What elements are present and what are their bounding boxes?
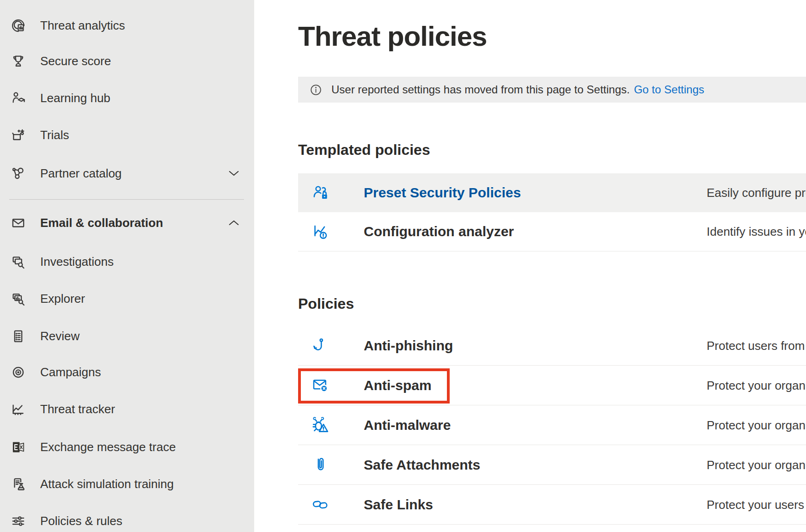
- row-description: Protect your users fr: [707, 497, 806, 512]
- chevron-up-icon[interactable]: [226, 215, 241, 230]
- sidebar-item-label: Secure score: [40, 54, 111, 68]
- sidebar-item-campaigns[interactable]: Campaigns: [0, 354, 254, 391]
- row-label: Configuration analyzer: [364, 224, 514, 239]
- investigations-icon: [9, 253, 27, 270]
- exchange-message-trace-icon: [9, 438, 27, 456]
- email-collaboration-icon: [9, 214, 27, 232]
- learning-hub-icon: [9, 89, 27, 107]
- row-safe-attachments[interactable]: Safe Attachments Protect your organiz: [298, 445, 806, 485]
- row-anti-phishing[interactable]: Anti-phishing Protect users from p: [298, 326, 806, 366]
- partner-catalog-icon: [9, 165, 27, 182]
- sidebar-item-label: Threat tracker: [40, 402, 115, 416]
- sidebar-item-policies-rules[interactable]: Policies & rules: [0, 502, 254, 532]
- sidebar-item-label: Partner catalog: [40, 166, 122, 181]
- section-heading-policies: Policies: [298, 295, 354, 312]
- go-to-settings-link[interactable]: Go to Settings: [634, 83, 704, 96]
- sidebar-item-label: Attack simulation training: [40, 477, 174, 491]
- page-title: Threat policies: [298, 20, 487, 52]
- sidebar-item-label: Policies & rules: [40, 514, 122, 528]
- main-content: Threat policies User reported settings h…: [254, 0, 806, 532]
- info-banner: User reported settings has moved from th…: [298, 77, 806, 103]
- secure-score-icon: [9, 52, 27, 70]
- row-label: Anti-malware: [364, 417, 451, 433]
- sidebar-item-label: Trials: [40, 128, 69, 142]
- sidebar-item-label: Investigations: [40, 255, 114, 269]
- review-icon: [9, 327, 27, 345]
- row-label: Anti-spam: [364, 378, 432, 393]
- sidebar-item-threat-analytics[interactable]: Threat analytics: [0, 7, 254, 44]
- sidebar-item-secure-score[interactable]: Secure score: [0, 43, 254, 79]
- attack-simulation-training-icon: [9, 475, 27, 493]
- sidebar-nav: Threat analytics Secure score: [0, 0, 254, 532]
- row-description: Identify issues in you: [707, 225, 806, 239]
- info-icon: [308, 82, 324, 98]
- section-heading-templated-policies: Templated policies: [298, 141, 430, 159]
- sidebar-item-label: Explorer: [40, 292, 85, 306]
- row-description: Protect users from p: [707, 338, 806, 353]
- sidebar-item-email-collaboration[interactable]: Email & collaboration: [0, 204, 254, 241]
- trials-icon: [9, 126, 27, 144]
- sidebar-item-threat-tracker[interactable]: Threat tracker: [0, 391, 254, 428]
- banner-message: User reported settings has moved from th…: [331, 83, 630, 96]
- explorer-icon: [9, 290, 27, 307]
- row-description: Protect your organiz: [707, 378, 806, 392]
- row-label: Anti-phishing: [364, 338, 453, 354]
- configuration-analyzer-icon: [311, 222, 330, 241]
- chevron-down-icon[interactable]: [226, 166, 241, 181]
- sidebar-item-learning-hub[interactable]: Learning hub: [0, 79, 254, 116]
- sidebar-item-exchange-message-trace[interactable]: Exchange message trace: [0, 428, 254, 465]
- sidebar-item-explorer[interactable]: Explorer: [0, 280, 254, 317]
- sidebar-item-partner-catalog[interactable]: Partner catalog: [0, 155, 254, 192]
- row-anti-spam[interactable]: Anti-spam Protect your organiz: [298, 366, 806, 405]
- sidebar-item-investigations[interactable]: Investigations: [0, 243, 254, 280]
- row-description: Protect your organiz: [707, 458, 806, 472]
- sidebar-item-review[interactable]: Review: [0, 318, 254, 355]
- sidebar-item-label: Threat analytics: [40, 18, 125, 33]
- sidebar-item-label: Email & collaboration: [40, 216, 163, 230]
- sidebar-item-label: Exchange message trace: [40, 440, 176, 454]
- sidebar-item-trials[interactable]: Trials: [0, 116, 254, 153]
- row-anti-malware[interactable]: Anti-malware Protect your organiz: [298, 405, 806, 445]
- safe-links-icon: [311, 495, 330, 514]
- anti-malware-icon: [311, 416, 330, 435]
- sidebar-item-label: Learning hub: [40, 91, 110, 105]
- threat-analytics-icon: [9, 17, 27, 34]
- anti-phishing-icon: [311, 336, 330, 355]
- row-preset-security-policies[interactable]: Preset Security Policies Easily configur…: [298, 173, 806, 212]
- threat-tracker-icon: [9, 400, 27, 418]
- sidebar-divider: [9, 199, 244, 200]
- row-safe-links[interactable]: Safe Links Protect your users fr: [298, 485, 806, 525]
- row-label: Preset Security Policies: [364, 185, 521, 201]
- row-description: Easily configure prot: [707, 186, 806, 200]
- row-configuration-analyzer[interactable]: Configuration analyzer Identify issues i…: [298, 212, 806, 251]
- preset-security-policies-icon: [311, 183, 330, 202]
- sidebar-item-label: Review: [40, 329, 79, 343]
- campaigns-icon: [9, 363, 27, 381]
- policies-rules-icon: [9, 512, 27, 530]
- anti-spam-icon: [311, 376, 330, 395]
- sidebar-item-attack-simulation-training[interactable]: Attack simulation training: [0, 465, 254, 502]
- sidebar-item-label: Campaigns: [40, 365, 101, 379]
- safe-attachments-icon: [311, 455, 330, 475]
- row-label: Safe Attachments: [364, 457, 480, 473]
- row-label: Safe Links: [364, 497, 433, 513]
- row-description: Protect your organiz: [707, 418, 806, 432]
